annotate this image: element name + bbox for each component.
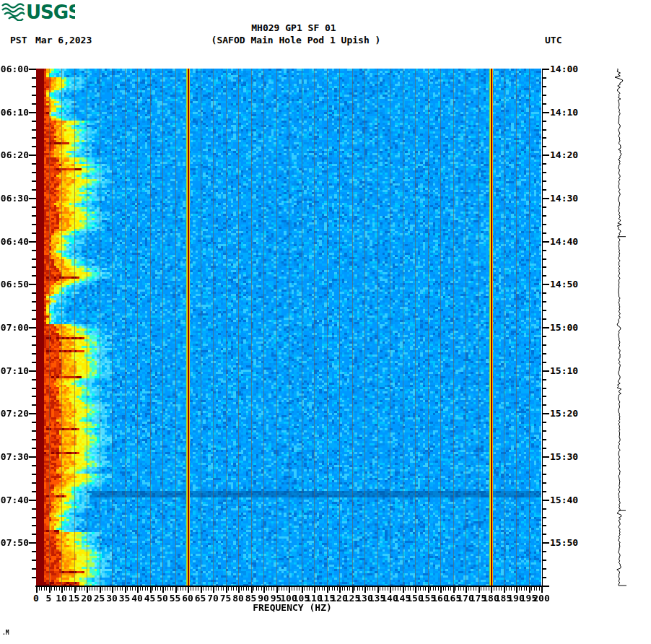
axis-tick	[542, 456, 549, 458]
axis-tick	[32, 362, 36, 363]
axis-tick	[542, 155, 549, 156]
axis-tick	[542, 146, 546, 147]
axis-tick	[496, 587, 497, 591]
axis-tick	[460, 587, 461, 591]
corner-annotation: .M	[2, 630, 9, 636]
axis-tick	[39, 587, 40, 591]
axis-tick	[32, 577, 36, 578]
axis-tick	[542, 491, 546, 492]
axis-tick	[542, 275, 546, 277]
axis-tick	[526, 587, 527, 591]
axis-tick	[455, 587, 456, 591]
axis-tick	[84, 587, 85, 591]
axis-tick	[32, 310, 36, 311]
pst-time-tick-label: 06:30	[0, 193, 29, 204]
axis-tick	[36, 587, 38, 593]
axis-tick	[223, 587, 224, 591]
axis-tick	[542, 258, 546, 260]
axis-tick	[271, 587, 272, 591]
axis-tick	[542, 344, 546, 346]
axis-tick	[165, 587, 166, 591]
axis-tick	[542, 474, 546, 475]
date-label: Mar 6,2023	[35, 35, 92, 45]
utc-time-tick-label: 14:50	[550, 279, 585, 290]
axis-tick	[542, 103, 546, 105]
axis-tick	[463, 587, 464, 591]
axis-tick	[89, 587, 90, 591]
axis-tick	[304, 587, 305, 591]
axis-tick	[352, 587, 354, 593]
axis-tick	[458, 587, 459, 591]
axis-tick	[423, 587, 424, 591]
axis-tick	[542, 224, 546, 225]
axis-tick	[524, 587, 525, 591]
axis-tick	[542, 362, 546, 363]
axis-tick	[395, 587, 396, 591]
axis-tick	[66, 587, 67, 591]
axis-tick	[542, 422, 546, 423]
axis-tick	[32, 189, 36, 191]
axis-tick	[236, 587, 237, 591]
axis-tick	[87, 587, 88, 593]
axis-tick	[504, 587, 505, 593]
axis-tick	[175, 587, 177, 593]
axis-tick	[536, 587, 537, 591]
axis-tick	[359, 587, 360, 591]
axis-tick	[362, 587, 363, 591]
axis-tick	[542, 404, 546, 406]
axis-tick	[403, 587, 404, 593]
axis-tick	[542, 189, 546, 191]
axis-tick	[59, 587, 60, 591]
axis-tick	[542, 517, 546, 518]
axis-tick	[107, 587, 108, 591]
axis-tick	[542, 206, 546, 208]
axis-tick	[32, 172, 36, 173]
axis-tick	[312, 587, 313, 591]
axis-tick	[100, 587, 101, 593]
axis-tick	[274, 587, 274, 591]
axis-tick	[32, 448, 36, 449]
axis-tick	[185, 587, 186, 591]
axis-tick	[152, 587, 153, 591]
axis-tick	[191, 587, 191, 591]
axis-tick	[170, 587, 171, 591]
axis-tick	[453, 587, 455, 593]
axis-tick	[542, 77, 546, 79]
spectrogram-plot	[36, 69, 541, 586]
axis-tick	[49, 587, 51, 593]
axis-tick	[443, 587, 444, 591]
axis-tick	[32, 318, 36, 320]
axis-tick	[410, 587, 411, 591]
axis-tick	[29, 500, 36, 501]
axis-tick	[367, 587, 368, 591]
axis-tick	[400, 587, 401, 591]
axis-tick	[127, 587, 128, 591]
utc-time-tick-label: 15:20	[550, 408, 585, 419]
axis-tick	[450, 587, 451, 591]
axis-tick	[542, 370, 549, 372]
axis-tick	[471, 587, 471, 591]
axis-tick	[188, 587, 189, 593]
usgs-logo-text: USGS	[26, 1, 75, 21]
axis-tick	[334, 587, 335, 591]
axis-tick	[542, 413, 549, 414]
axis-tick	[92, 587, 92, 591]
axis-tick	[542, 112, 549, 113]
axis-tick	[32, 388, 36, 389]
axis-tick	[32, 224, 36, 225]
axis-tick	[29, 241, 36, 243]
axis-tick	[110, 587, 110, 591]
axis-tick	[97, 587, 97, 591]
axis-tick	[297, 587, 297, 591]
axis-tick	[157, 587, 158, 591]
axis-tick	[388, 587, 388, 591]
axis-tick	[226, 587, 227, 593]
axis-tick	[251, 587, 253, 593]
axis-tick	[71, 587, 72, 591]
pst-time-tick-label: 06:00	[0, 64, 29, 74]
axis-tick	[542, 508, 546, 510]
axis-tick	[393, 587, 393, 591]
axis-tick	[519, 587, 520, 591]
axis-tick	[29, 284, 36, 285]
axis-tick	[418, 587, 419, 591]
